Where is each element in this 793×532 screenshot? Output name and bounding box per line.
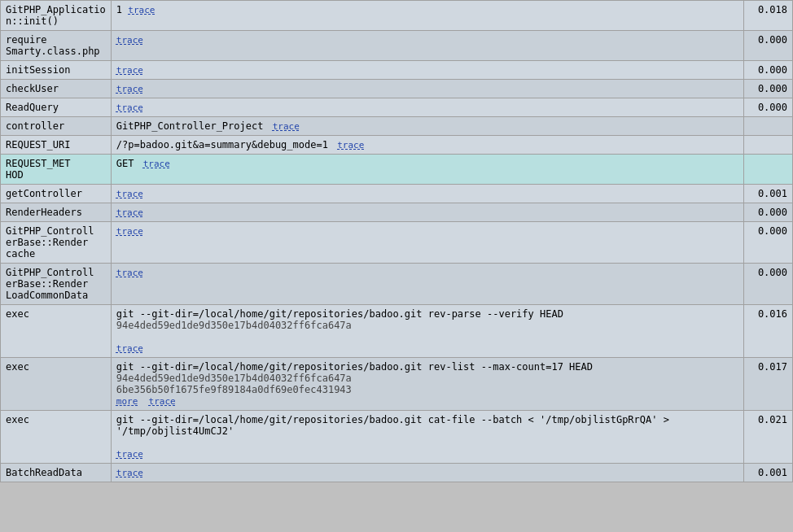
controller-value: GitPHP_Controller_Project xyxy=(116,120,264,132)
trace-link[interactable]: trace xyxy=(116,226,143,237)
row-name: initSession xyxy=(1,61,112,80)
row-value: trace xyxy=(111,464,743,482)
row-time: 0.000 xyxy=(744,31,793,61)
row-name: REQUEST_URI xyxy=(1,136,112,155)
row-time: 0.016 xyxy=(744,305,793,358)
row-name: GitPHP_ControllerBase::RenderLoadCommonD… xyxy=(1,264,112,305)
row-name: exec xyxy=(1,305,112,358)
row-value: trace xyxy=(111,203,743,222)
row-time xyxy=(744,155,793,185)
row-value: git --git-dir=/local/home/git/repositori… xyxy=(111,411,743,464)
exec-hash: 94e4ded59ed1de9d350e17b4d04032ff6fca647a xyxy=(116,320,738,331)
row-time: 0.000 xyxy=(744,203,793,222)
row-value: /?p=badoo.git&a=summary&debug_mode=1 tra… xyxy=(111,136,743,155)
table-row: GitPHP_ControllerBase::Rendercache trace… xyxy=(1,222,793,264)
trace-link[interactable]: trace xyxy=(116,102,143,113)
trace-link[interactable]: trace xyxy=(116,65,143,76)
row-time: 0.000 xyxy=(744,80,793,98)
table-row: exec git --git-dir=/local/home/git/repos… xyxy=(1,358,793,411)
trace-link[interactable]: trace xyxy=(143,159,170,169)
trace-link[interactable]: trace xyxy=(116,468,143,478)
row-name: getController xyxy=(1,185,112,203)
row-value: trace xyxy=(111,185,743,203)
table-row: BatchReadData trace 0.001 xyxy=(1,464,793,482)
row-value: GET trace xyxy=(111,155,743,185)
table-row: requireSmarty.class.php trace 0.000 xyxy=(1,31,793,61)
table-row: exec git --git-dir=/local/home/git/repos… xyxy=(1,411,793,464)
exec-cmd: git --git-dir=/local/home/git/repositori… xyxy=(116,414,738,437)
row-value: trace xyxy=(111,31,743,61)
row-time: 0.000 xyxy=(744,222,793,264)
trace-link[interactable]: trace xyxy=(149,396,176,407)
row-value: git --git-dir=/local/home/git/repositori… xyxy=(111,305,743,358)
row-value: trace xyxy=(111,222,743,264)
row-time: 0.001 xyxy=(744,185,793,203)
row-time: 0.018 xyxy=(744,1,793,31)
row-value: trace xyxy=(111,264,743,305)
table-row: GitPHP_ControllerBase::RenderLoadCommonD… xyxy=(1,264,793,305)
row-name: BatchReadData xyxy=(1,464,112,482)
row-name: ReadQuery xyxy=(1,98,112,117)
row-name: GitPHP_Application::init() xyxy=(1,1,112,31)
row-value: git --git-dir=/local/home/git/repositori… xyxy=(111,358,743,411)
row-time: 0.017 xyxy=(744,358,793,411)
table-row: REQUEST_METHOD GET trace xyxy=(1,155,793,185)
table-row: initSession trace 0.000 xyxy=(1,61,793,80)
row-name: exec xyxy=(1,358,112,411)
row-value: trace xyxy=(111,98,743,117)
row-time: 0.000 xyxy=(744,264,793,305)
exec-cmd: git --git-dir=/local/home/git/repositori… xyxy=(116,361,738,373)
trace-link[interactable]: trace xyxy=(337,140,364,150)
table-row: ReadQuery trace 0.000 xyxy=(1,98,793,117)
trace-link[interactable]: trace xyxy=(128,5,155,15)
uri-value: /?p=badoo.git&a=summary&debug_mode=1 xyxy=(116,139,328,150)
more-link[interactable]: more xyxy=(116,396,138,407)
trace-link[interactable]: trace xyxy=(116,84,143,94)
row-value: trace xyxy=(111,61,743,80)
exec-hash: 94e4ded59ed1de9d350e17b4d04032ff6fca647a xyxy=(116,373,738,384)
row-name: REQUEST_METHOD xyxy=(1,155,112,185)
row-name: exec xyxy=(1,411,112,464)
row-value: 1 trace xyxy=(111,1,743,31)
trace-link[interactable]: trace xyxy=(116,207,143,218)
trace-link[interactable]: trace xyxy=(116,343,143,354)
trace-link[interactable]: trace xyxy=(116,268,143,278)
method-value: GET xyxy=(116,158,134,169)
row-time: 0.001 xyxy=(744,464,793,482)
table-row: getController trace 0.001 xyxy=(1,185,793,203)
row-time xyxy=(744,136,793,155)
exec-cmd: git --git-dir=/local/home/git/repositori… xyxy=(116,308,738,320)
table-row: checkUser trace 0.000 xyxy=(1,80,793,98)
row-value: GitPHP_Controller_Project trace xyxy=(111,117,743,136)
row-time: 0.000 xyxy=(744,61,793,80)
row-name: checkUser xyxy=(1,80,112,98)
table-row: exec git --git-dir=/local/home/git/repos… xyxy=(1,305,793,358)
exec-hash2: 6be356b50f1675fe9f89184a0df69e0fec431943 xyxy=(116,384,738,395)
row-name: GitPHP_ControllerBase::Rendercache xyxy=(1,222,112,264)
row-time: 0.021 xyxy=(744,411,793,464)
row-time: 0.000 xyxy=(744,98,793,117)
row-name: requireSmarty.class.php xyxy=(1,31,112,61)
trace-link[interactable]: trace xyxy=(273,121,300,132)
table-row: GitPHP_Application::init() 1 trace 0.018 xyxy=(1,1,793,31)
table-row: RenderHeaders trace 0.000 xyxy=(1,203,793,222)
trace-link[interactable]: trace xyxy=(116,449,143,460)
row-name: RenderHeaders xyxy=(1,203,112,222)
table-row: REQUEST_URI /?p=badoo.git&a=summary&debu… xyxy=(1,136,793,155)
row-value: trace xyxy=(111,80,743,98)
debug-table: GitPHP_Application::init() 1 trace 0.018… xyxy=(0,0,793,482)
trace-link[interactable]: trace xyxy=(116,189,143,199)
row-name: controller xyxy=(1,117,112,136)
trace-link[interactable]: trace xyxy=(116,35,143,46)
row-time xyxy=(744,117,793,136)
table-row: controller GitPHP_Controller_Project tra… xyxy=(1,117,793,136)
